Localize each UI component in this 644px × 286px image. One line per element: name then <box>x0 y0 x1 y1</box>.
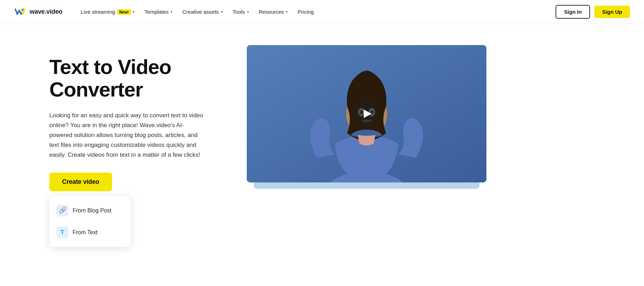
dropdown-item-blog-post[interactable]: 🔗 From Blog Post <box>49 200 130 222</box>
dropdown-item-from-text[interactable]: T From Text <box>49 222 130 243</box>
hero-section: Text to Video Converter Looking for an e… <box>0 24 644 285</box>
create-video-dropdown: 🔗 From Blog Post T From Text <box>49 196 130 247</box>
templates-chevron-icon: ▾ <box>171 10 172 14</box>
logo-icon <box>14 7 27 17</box>
nav-live-streaming[interactable]: Live streaming New! ▾ <box>76 6 139 18</box>
play-button[interactable] <box>355 102 379 126</box>
logo-text: wave.video <box>30 8 62 15</box>
hero-title: Text to Video Converter <box>49 56 226 101</box>
hero-description: Looking for an easy and quick way to con… <box>49 111 204 160</box>
nav-pricing[interactable]: Pricing <box>293 6 318 18</box>
creative-assets-chevron-icon: ▾ <box>221 10 223 14</box>
nav-actions: Sign In Sign Up <box>556 5 630 19</box>
create-video-button[interactable]: Create video <box>49 173 112 191</box>
nav-tools[interactable]: Tools ▾ <box>228 6 253 18</box>
hero-right <box>247 45 616 189</box>
tools-chevron-icon: ▾ <box>247 10 249 14</box>
nav-creative-assets[interactable]: Creative assets ▾ <box>178 6 227 18</box>
hero-left: Text to Video Converter Looking for an e… <box>49 45 226 247</box>
dropdown-item-from-text-label: From Text <box>73 229 98 236</box>
video-thumbnail[interactable] <box>247 45 486 182</box>
play-icon <box>364 110 372 118</box>
nav-links: Live streaming New! ▾ Templates ▾ Creati… <box>76 6 556 18</box>
sign-up-button[interactable]: Sign Up <box>594 6 630 18</box>
nav-templates[interactable]: Templates ▾ <box>140 6 177 18</box>
new-badge: New! <box>117 9 131 15</box>
from-text-icon: T <box>56 226 68 238</box>
nav-resources[interactable]: Resources ▾ <box>254 6 292 18</box>
dropdown-item-blog-post-label: From Blog Post <box>73 207 111 214</box>
sign-in-button[interactable]: Sign In <box>556 5 590 19</box>
resources-chevron-icon: ▾ <box>286 10 288 14</box>
logo[interactable]: wave.video <box>14 7 62 17</box>
live-streaming-chevron-icon: ▾ <box>133 10 135 14</box>
navbar: wave.video Live streaming New! ▾ Templat… <box>0 0 644 24</box>
video-shadow-decoration <box>254 182 479 189</box>
blog-post-icon: 🔗 <box>56 205 68 217</box>
